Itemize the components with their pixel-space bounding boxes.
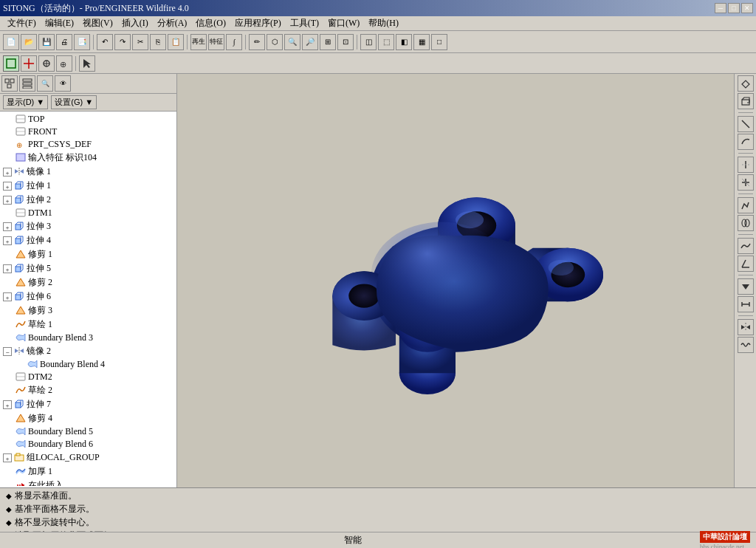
menu-window[interactable]: 窗口(W)	[323, 16, 364, 31]
expand-btn[interactable]: +	[3, 453, 12, 462]
rt-point[interactable]	[738, 157, 754, 173]
tb-print[interactable]: 🖨	[56, 34, 72, 50]
tb-copy[interactable]: ⎘	[150, 34, 166, 50]
tb-view3[interactable]: ◧	[396, 34, 412, 50]
tb2-axis[interactable]	[21, 55, 37, 72]
rt-mirror[interactable]	[738, 319, 754, 335]
tree-item-15[interactable]: 修剪 3	[1, 304, 175, 318]
menu-file[interactable]: 文件(F)	[3, 16, 41, 31]
tb-paste[interactable]: 📋	[168, 34, 184, 50]
tb-zoom-in[interactable]: 🔍	[284, 34, 300, 50]
tb-display-type[interactable]: □	[431, 34, 447, 50]
rt-view2[interactable]	[738, 93, 754, 109]
tb-view1[interactable]: ◫	[360, 34, 377, 50]
model-tree[interactable]: TOPFRONT⊕PRT_CSYS_DEF输入特征 标识104+镜像 1+拉伸 …	[0, 112, 176, 487]
menu-edit[interactable]: 编辑(E)	[41, 16, 78, 31]
viewport-3d[interactable]	[177, 74, 734, 487]
expand-btn[interactable]: +	[3, 264, 12, 273]
close-button[interactable]: ✕	[741, 3, 753, 13]
tb-relations[interactable]: ∫	[226, 34, 242, 50]
menu-info[interactable]: 信息(O)	[191, 16, 230, 31]
tree-item-17[interactable]: Boundary Blend 3	[1, 332, 175, 344]
pt-tree[interactable]	[1, 75, 18, 92]
rt-blend[interactable]	[738, 215, 754, 231]
tree-item-20[interactable]: DTM2	[1, 371, 175, 383]
tree-item-13[interactable]: 修剪 2	[1, 275, 175, 290]
menu-tools[interactable]: 工具(T)	[286, 16, 323, 31]
menu-analysis[interactable]: 分析(A)	[153, 16, 192, 31]
tree-item-6[interactable]: +拉伸 1	[1, 179, 175, 193]
rt-arrow-down[interactable]	[738, 278, 754, 295]
tb-pdf[interactable]: 📑	[74, 34, 90, 50]
display-dropdown[interactable]: 显示(D) ▼	[3, 95, 48, 109]
tb2-pointer[interactable]	[79, 55, 95, 72]
tb-feature[interactable]: 特征	[208, 34, 224, 50]
tb-open[interactable]: 📂	[21, 34, 37, 50]
pt-layers[interactable]	[19, 75, 35, 92]
menu-insert[interactable]: 插入(I)	[117, 16, 153, 31]
tree-item-4[interactable]: 输入特征 标识104	[1, 151, 175, 165]
tree-item-11[interactable]: 修剪 1	[1, 247, 175, 261]
menu-app[interactable]: 应用程序(P)	[230, 16, 286, 31]
tb2-point[interactable]	[38, 55, 55, 72]
tree-item-2[interactable]: FRONT	[1, 126, 175, 138]
pt-search[interactable]: 🔍	[37, 75, 53, 92]
tree-item-16[interactable]: 草绘 1	[1, 318, 175, 332]
tree-item-14[interactable]: +拉伸 6	[1, 290, 175, 304]
rt-dimension[interactable]	[738, 296, 754, 312]
tree-scroll[interactable]: TOPFRONT⊕PRT_CSYS_DEF输入特征 标识104+镜像 1+拉伸 …	[1, 113, 175, 486]
tree-item-8[interactable]: DTM1	[1, 207, 175, 219]
tb-zoom-out[interactable]: 🔎	[302, 34, 318, 50]
rt-wave[interactable]	[738, 337, 754, 353]
tree-item-10[interactable]: +拉伸 4	[1, 233, 175, 247]
rt-curve[interactable]	[738, 134, 754, 150]
tb2-csys[interactable]: ⊕	[56, 55, 72, 72]
expand-btn[interactable]: +	[3, 182, 12, 191]
tree-item-25[interactable]: Boundary Blend 6	[1, 438, 175, 451]
restore-button[interactable]: □	[728, 3, 740, 13]
tree-item-3[interactable]: ⊕PRT_CSYS_DEF	[1, 138, 175, 151]
expand-btn[interactable]: +	[3, 196, 12, 205]
tb-redo[interactable]: ↷	[114, 34, 131, 50]
tree-item-19[interactable]: Boundary Blend 4	[1, 358, 175, 371]
rt-view1[interactable]	[738, 75, 754, 92]
tb-shading[interactable]: ▦	[413, 34, 430, 50]
expand-btn[interactable]: +	[3, 222, 12, 231]
tree-item-24[interactable]: Boundary Blend 5	[1, 425, 175, 438]
tb-view2[interactable]: ⬚	[378, 34, 394, 50]
tree-item-22[interactable]: +拉伸 7	[1, 397, 175, 411]
rt-angle[interactable]	[738, 256, 754, 272]
expand-btn[interactable]: +	[3, 168, 12, 177]
tb-undo[interactable]: ↶	[97, 34, 113, 50]
tree-item-27[interactable]: 加厚 1	[1, 465, 175, 479]
expand-btn[interactable]: −	[3, 347, 12, 356]
tb-sketch[interactable]: ✏	[249, 34, 265, 50]
rt-sketch[interactable]	[738, 197, 754, 213]
tb-new[interactable]: 📄	[3, 34, 19, 50]
rt-surface[interactable]	[738, 238, 754, 254]
tree-item-26[interactable]: +组LOCAL_GROUP	[1, 451, 175, 465]
rt-line[interactable]	[738, 116, 754, 132]
menu-view[interactable]: 视图(V)	[78, 16, 117, 31]
pt-preview[interactable]: 👁	[55, 75, 71, 92]
tree-item-9[interactable]: +拉伸 3	[1, 219, 175, 233]
tb-regen[interactable]: 再生	[190, 34, 207, 50]
tree-item-18[interactable]: −镜像 2	[1, 344, 175, 358]
tree-item-5[interactable]: +镜像 1	[1, 165, 175, 179]
tree-item-23[interactable]: 修剪 4	[1, 411, 175, 425]
tb-zoom-box[interactable]: ⊡	[337, 34, 354, 50]
tree-item-12[interactable]: +拉伸 5	[1, 261, 175, 275]
tb-zoom-fit[interactable]: ⊞	[320, 34, 336, 50]
expand-btn[interactable]: +	[3, 292, 12, 301]
expand-btn[interactable]: +	[3, 400, 12, 409]
tree-item-21[interactable]: 草绘 2	[1, 383, 175, 397]
tb-3d[interactable]: ⬡	[267, 34, 283, 50]
tree-item-1[interactable]: TOP	[1, 113, 175, 126]
tb2-datum[interactable]	[3, 55, 19, 72]
expand-btn[interactable]: +	[3, 236, 12, 245]
tree-item-28[interactable]: 在此插入	[1, 479, 175, 486]
tb-cut[interactable]: ✂	[132, 34, 148, 50]
tb-save[interactable]: 💾	[38, 34, 55, 50]
minimize-button[interactable]: ─	[715, 3, 726, 13]
menu-help[interactable]: 帮助(H)	[364, 16, 403, 31]
